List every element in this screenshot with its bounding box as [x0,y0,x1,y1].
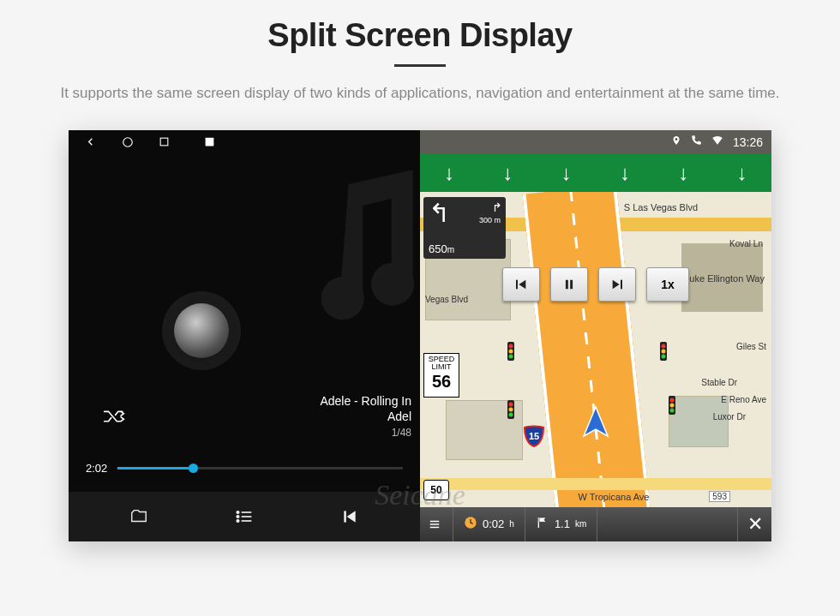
svg-point-7 [237,515,239,517]
location-icon [671,135,681,149]
svg-point-20 [662,344,666,348]
svg-point-21 [662,349,666,353]
svg-point-24 [670,398,675,402]
turn-instruction-panel: ↰ 650m ↱ 300 m [423,197,506,259]
music-bottom-bar [69,492,420,541]
folder-icon[interactable] [128,505,150,528]
svg-point-25 [670,403,675,407]
svg-point-8 [237,519,239,522]
street-label: 593 [709,491,730,502]
svg-rect-31 [621,279,622,289]
playlist-icon[interactable] [233,505,255,528]
turn-distance: 650 [429,242,447,255]
svg-point-10 [675,138,678,141]
svg-rect-2 [206,138,214,147]
current-position-icon [579,405,613,443]
track-title: Adele - Rolling In [320,394,411,408]
svg-rect-9 [345,511,347,522]
sim-pause-button[interactable] [550,267,588,302]
next-turn-arrow-icon: ↱ [492,200,502,214]
device-screenshot: Adele - Rolling In Adel 1/48 2:02 [69,130,771,541]
status-bar: 13:26 [420,130,771,154]
street-label: E Reno Ave [721,395,766,404]
next-turn-distance: 300 [479,216,492,224]
street-label: Stable Dr [701,378,737,387]
street-label: Duke Ellington Way [682,273,765,284]
progress-row: 2:02 [69,462,420,475]
elapsed-time: 2:02 [86,462,107,475]
lane-arrow-icon: ↓ [444,161,454,185]
traffic-light-icon [658,342,669,368]
menu-button[interactable] [420,507,453,541]
clock-time: 13:26 [733,135,763,149]
svg-rect-30 [570,279,573,289]
lane-arrow-icon: ↓ [678,161,688,185]
street-label: Vegas Blvd [425,295,468,304]
track-artist: Adel [320,410,411,423]
distance-display: 1.1km [525,507,597,541]
traffic-light-icon [506,400,516,426]
street-label: W Tropicana Ave [579,492,650,502]
album-art-area [69,154,420,541]
sim-playback-controls: 1x [502,267,689,302]
sim-next-button[interactable] [598,267,636,302]
phone-icon [690,135,702,149]
svg-point-12 [509,344,513,348]
track-info: Adele - Rolling In Adel 1/48 [320,394,411,439]
back-icon[interactable] [84,135,97,148]
home-icon[interactable] [121,135,134,148]
svg-text:15: 15 [529,431,539,441]
traffic-light-icon [667,396,677,422]
svg-rect-1 [160,138,168,146]
street-label: Giles St [736,342,766,351]
svg-point-16 [509,402,513,406]
speed-limit-value: 56 [424,372,459,391]
lane-arrow-icon: ↓ [561,161,572,185]
svg-point-22 [662,354,666,358]
svg-point-26 [670,408,675,412]
lane-arrow-icon: ↓ [502,161,513,185]
wifi-icon [711,135,724,149]
svg-point-17 [509,407,513,411]
traffic-light-icon [506,342,516,368]
svg-rect-29 [566,279,568,289]
title-underline [394,64,446,67]
lane-guidance-bar: ↓ ↓ ↓ ↓ ↓ ↓ [420,154,771,192]
image-icon[interactable] [203,135,216,148]
route-shield: 50 [423,480,449,500]
street-label: Koval Ln [729,239,763,248]
lane-arrow-icon: ↓ [620,161,630,185]
close-button[interactable]: ✕ [737,507,771,541]
eta-display: 0:02h [453,507,525,541]
progress-bar[interactable] [117,467,403,469]
svg-point-18 [509,412,513,416]
clock-icon [464,516,477,532]
previous-icon[interactable] [339,505,361,528]
svg-point-14 [509,354,513,358]
android-navbar [69,130,420,154]
speed-limit-sign: SPEED LIMIT 56 [423,353,459,398]
svg-point-0 [123,137,132,147]
svg-point-13 [509,349,513,353]
flag-icon [536,516,549,532]
page-title: Split Screen Display [34,17,806,54]
shuffle-icon[interactable] [103,408,125,430]
lane-arrow-icon: ↓ [737,161,747,185]
nav-bottom-bar: 0:02h 1.1km ✕ [420,507,771,541]
svg-rect-28 [516,279,518,289]
street-label: Luxor Dr [713,412,746,422]
sim-speed-button[interactable]: 1x [646,267,689,302]
navigation-pane: 13:26 ↓ ↓ ↓ ↓ ↓ ↓ S Las Vegas Blvd Duke … [420,130,771,541]
street-label: S Las Vegas Blvd [624,202,698,212]
interstate-shield: 15 [523,425,545,447]
recent-icon[interactable] [158,135,171,148]
svg-point-6 [237,511,239,513]
track-counter: 1/48 [320,427,411,439]
sim-prev-button[interactable] [502,267,540,302]
page-subtitle: It supports the same screen display of t… [43,82,797,105]
music-pane: Adele - Rolling In Adel 1/48 2:02 [69,130,420,541]
joystick-control[interactable] [174,303,229,358]
